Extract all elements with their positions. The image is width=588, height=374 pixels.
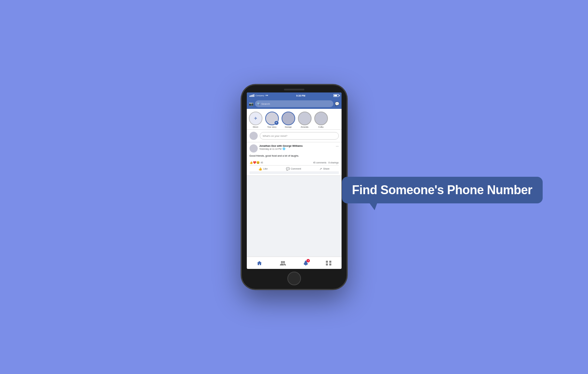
post-more-options[interactable]: ··· — [336, 144, 338, 148]
story-colby[interactable]: Colby — [314, 112, 328, 128]
amanda-avatar — [298, 112, 312, 125]
nav-home-icon[interactable] — [257, 261, 262, 265]
status-left: Company ▾▾ — [250, 94, 269, 97]
colby-avatar — [314, 112, 328, 125]
phone-home-button[interactable] — [287, 272, 301, 285]
whats-on-mind-bar[interactable]: What's on your mind? — [247, 130, 342, 142]
comments-count: 45 comments — [313, 161, 326, 164]
user-avatar-small — [250, 132, 258, 140]
wifi-icon: ▾▾ — [266, 94, 268, 97]
story-george[interactable]: George — [282, 112, 295, 128]
post-actions: 👍 Like 💬 Comment ↗ Share — [250, 167, 339, 174]
story-your-story[interactable]: + Your story — [265, 112, 279, 128]
notification-badge: 4 — [306, 259, 310, 262]
phone-screen: Company ▾▾ 9:30 PM 📷 🔍 Search 💬 — [247, 92, 342, 269]
comment-icon: 💬 — [286, 167, 290, 171]
messenger-icon[interactable]: 💬 — [335, 102, 340, 106]
phone-mockup: Company ▾▾ 9:30 PM 📷 🔍 Search 💬 — [241, 85, 347, 289]
phone-speaker — [284, 89, 304, 90]
post-time: Yesterday at 11:14 PM 🌐 — [259, 147, 334, 150]
phone-top — [241, 85, 347, 92]
nav-notifications-icon[interactable]: 4 — [303, 260, 308, 266]
svg-rect-5 — [329, 263, 331, 265]
facebook-navbar: 📷 🔍 Search 💬 — [247, 99, 342, 109]
reaction-emojis: 👍❤️😮 — [250, 161, 260, 164]
bubble-text: Find Someone's Phone Number — [352, 183, 532, 197]
comment-label: Comment — [291, 168, 301, 170]
facebook-post: Jonathan Doe with George Williams Yester… — [247, 142, 342, 176]
battery-fill — [334, 95, 337, 96]
george-avatar — [282, 112, 295, 125]
search-bar[interactable]: 🔍 Search — [255, 100, 333, 107]
story-label-colby: Colby — [318, 126, 323, 128]
story-label-amanda: Amanda — [301, 126, 308, 128]
share-button[interactable]: ↗ Share — [319, 167, 330, 171]
post-author: Jonathan Doe with George Williams — [259, 144, 334, 147]
shares-count: 8 sharings — [329, 161, 339, 164]
mind-input-placeholder: What's on your mind? — [263, 134, 287, 138]
share-icon: ↗ — [319, 167, 322, 171]
like-button[interactable]: 👍 Like — [258, 167, 268, 171]
post-meta: Jonathan Doe with George Williams Yester… — [259, 144, 334, 150]
battery-icon — [333, 94, 339, 97]
bottom-navigation: 4 — [247, 257, 342, 269]
reaction-count: 45 — [261, 161, 263, 164]
post-header: Jonathan Doe with George Williams Yester… — [250, 144, 339, 153]
like-icon: 👍 — [258, 167, 262, 171]
story-label-your-story: Your story — [267, 126, 276, 128]
carrier-label: Company — [256, 95, 265, 97]
status-bar: Company ▾▾ 9:30 PM — [247, 92, 342, 99]
share-label: Share — [323, 168, 330, 170]
reactions-bar: 👍❤️😮 45 45 comments 8 sharings — [250, 160, 339, 166]
search-text: Search — [261, 102, 270, 105]
feed-spacer — [247, 176, 342, 257]
story-label-george: George — [285, 126, 291, 128]
nav-menu-icon[interactable] — [326, 261, 331, 265]
story-direct[interactable]: ✈ Direct — [249, 112, 262, 128]
status-time: 9:30 PM — [296, 95, 305, 97]
mind-input-field[interactable]: What's on your mind? — [260, 132, 339, 140]
post-text: Good friends, good food and a lot of lau… — [250, 154, 339, 158]
nav-friends-icon[interactable] — [280, 261, 286, 265]
comment-button[interactable]: 💬 Comment — [286, 167, 301, 171]
svg-rect-3 — [329, 261, 331, 263]
post-avatar — [250, 144, 258, 153]
like-label: Like — [263, 168, 268, 170]
speech-bubble: Find Someone's Phone Number — [342, 177, 543, 203]
your-story-avatar: + — [265, 112, 279, 125]
status-right — [333, 94, 339, 97]
svg-point-1 — [283, 261, 285, 263]
svg-rect-2 — [326, 261, 328, 263]
search-icon: 🔍 — [257, 102, 260, 105]
svg-point-0 — [281, 261, 283, 263]
svg-rect-4 — [326, 263, 328, 265]
add-story-badge: + — [274, 120, 279, 125]
camera-icon[interactable]: 📷 — [249, 102, 254, 106]
reaction-stats: 45 comments 8 sharings — [313, 161, 338, 164]
story-label-direct: Direct — [253, 126, 258, 128]
stories-row: ✈ Direct + Your story George — [247, 109, 342, 130]
story-amanda[interactable]: Amanda — [298, 112, 312, 128]
signal-dots — [250, 94, 254, 97]
bubble-box: Find Someone's Phone Number — [342, 177, 543, 203]
direct-paper-plane-icon: ✈ — [254, 116, 257, 121]
scene: Company ▾▾ 9:30 PM 📷 🔍 Search 💬 — [241, 85, 347, 289]
globe-icon: 🌐 — [283, 147, 285, 150]
direct-avatar: ✈ — [249, 112, 262, 125]
